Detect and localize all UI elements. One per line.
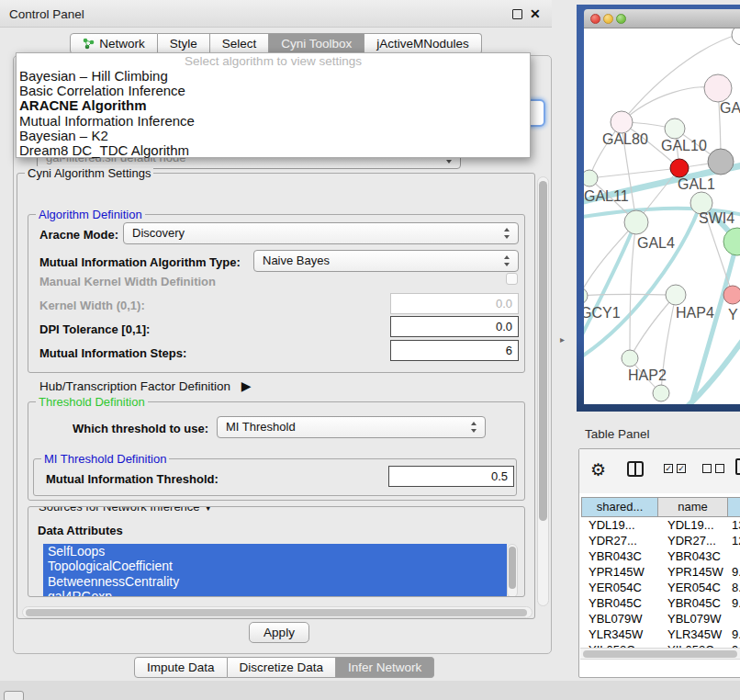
which-threshold-value: MI Threshold (226, 420, 296, 434)
node-gal80[interactable] (611, 111, 633, 133)
cell: YDR27... (667, 533, 716, 548)
node-gray[interactable] (708, 149, 734, 175)
table-row[interactable]: YER054C YER054C 8. (581, 580, 740, 595)
close-icon[interactable]: ✕ (530, 6, 541, 21)
collapse-arrow-icon[interactable]: ▼ (203, 506, 213, 513)
node-gal10[interactable] (665, 119, 685, 139)
column-header-partial[interactable] (728, 497, 740, 517)
table-row[interactable]: YBL079W YBL079W (581, 611, 740, 627)
aracne-mode-combo[interactable]: Discovery (123, 222, 519, 244)
node-cut-top[interactable] (732, 28, 740, 45)
mi-threshold-label: Mutual Information Threshold: (46, 472, 219, 486)
network-icon (83, 38, 95, 52)
sources-title: Sources for Network Inference (39, 506, 200, 514)
dpi-tolerance-label: DPI Tolerance [0,1]: (39, 322, 150, 336)
tab-label: jActiveMNodules (376, 37, 469, 51)
node-label: GAL1 (678, 176, 715, 193)
close-window-button[interactable] (590, 14, 600, 24)
combo-arrows-icon (503, 255, 511, 266)
node-label: SWI4 (699, 210, 734, 227)
tab-cyni-toolbox[interactable]: Cyni Toolbox (269, 33, 364, 54)
float-window-icon[interactable] (512, 9, 522, 19)
attributes-scrollbar[interactable] (507, 544, 518, 597)
tab-label: Cyni Toolbox (281, 37, 352, 51)
mi-steps-field[interactable]: 6 (390, 340, 519, 361)
list-item[interactable]: TopologicalCoefficient (43, 559, 507, 573)
mi-algorithm-type-value: Naive Bayes (263, 254, 330, 267)
hub-definition-toggle[interactable]: Hub/Transcription Factor Definition ▶ (39, 378, 252, 393)
cell: YDL19... (589, 517, 635, 533)
which-threshold-combo[interactable]: MI Threshold (217, 416, 486, 438)
node-hap2[interactable] (622, 350, 638, 367)
node-gal11[interactable] (584, 170, 598, 186)
node-gal4[interactable] (624, 210, 648, 234)
node-gcy1[interactable] (584, 288, 588, 304)
mi-threshold-field[interactable]: 0.5 (388, 466, 514, 487)
table-row[interactable]: YLR345W YLR345W 9. (581, 627, 740, 642)
node-gal1-selected[interactable] (670, 159, 689, 177)
network-canvas[interactable]: GAL GAL80 GAL10 GAL1 GAL11 GAL4 SWI4 GCY… (584, 28, 740, 404)
mi-steps-label: Mutual Information Steps: (39, 346, 186, 360)
table-panel-title: Table Panel (585, 427, 650, 441)
node-gal2[interactable] (704, 74, 732, 102)
column-label: shared... (597, 500, 644, 514)
zoom-window-button[interactable] (616, 14, 626, 24)
table-hscrollbar[interactable] (580, 648, 740, 660)
table-row[interactable]: YDL19... YDL19... 13 (581, 517, 740, 533)
panel-divider-handle[interactable]: ▸ (560, 334, 565, 344)
screen: Control Panel ✕ Network Style Select Cyn… (0, 0, 740, 700)
node-bottom[interactable] (653, 385, 669, 401)
table-row[interactable]: YBR045C YBR045C 9. (581, 595, 740, 611)
list-item[interactable]: gal4RGexp (43, 589, 507, 597)
minimize-window-button[interactable] (603, 14, 613, 24)
node-hap4[interactable] (666, 285, 686, 305)
tab-network[interactable]: Network (70, 33, 158, 54)
tab-infer-network[interactable]: Infer Network (336, 657, 434, 678)
list-item[interactable]: BetweennessCentrality (43, 574, 507, 589)
column-header-name[interactable]: name (658, 497, 728, 517)
node-label: HAP2 (628, 367, 667, 384)
cell: 9. (732, 595, 740, 611)
manual-kernel-width-checkbox[interactable] (506, 273, 518, 285)
algorithm-option[interactable]: Basic Correlation Inference (17, 84, 530, 98)
tab-jactivemnodules[interactable]: jActiveMNodules (364, 33, 482, 54)
cell: 8. (732, 580, 740, 595)
deselect-all-checkbox-icon[interactable] (702, 464, 712, 473)
algorithm-option-selected[interactable]: ARACNE Algorithm (17, 98, 530, 113)
table-row[interactable]: YBR043C YBR043C (581, 548, 740, 564)
apply-label: Apply (263, 626, 295, 639)
table-row[interactable]: YPR145W YPR145W 9. (581, 564, 740, 580)
kernel-width-field[interactable]: 0.0 (390, 293, 519, 314)
export-table-icon[interactable] (735, 458, 740, 475)
tab-impute-data[interactable]: Impute Data (134, 657, 228, 678)
column-browser-icon[interactable] (627, 461, 644, 477)
cell: YLR345W (667, 627, 722, 642)
settings-hscrollbar[interactable] (22, 606, 533, 618)
column-header-sharedname[interactable]: shared... (581, 497, 658, 517)
table-row[interactable]: YDR27... YDR27... 12 (581, 533, 740, 548)
list-item[interactable]: SelfLoops (43, 544, 507, 559)
aracne-mode-value: Discovery (132, 226, 185, 240)
tab-discretize-data[interactable]: Discretize Data (228, 657, 337, 678)
data-attributes-label: Data Attributes (38, 524, 123, 537)
tab-select[interactable]: Select (210, 33, 270, 54)
dpi-tolerance-field[interactable]: 0.0 (390, 316, 519, 337)
mi-algorithm-type-combo[interactable]: Naive Bayes (253, 250, 519, 272)
group-title: MI Threshold Definition (41, 452, 169, 466)
algorithm-option[interactable]: Bayesian – K2 (17, 129, 530, 143)
group-title: Cyni Algorithm Settings (25, 166, 153, 180)
minimized-panel-button[interactable] (4, 691, 24, 700)
tab-style[interactable]: Style (158, 33, 210, 54)
apply-button[interactable]: Apply (249, 622, 309, 643)
gear-icon[interactable]: ⚙ (590, 459, 606, 480)
node-salmon[interactable] (723, 286, 740, 304)
algorithm-option[interactable]: Mutual Information Inference (17, 114, 530, 129)
settings-vscrollbar[interactable] (537, 176, 549, 606)
algorithm-option[interactable]: Bayesian – Hill Climbing (17, 69, 530, 84)
select-all-checkbox-icon[interactable]: ✓ (664, 464, 673, 473)
algorithm-option[interactable]: Dream8 DC_TDC Algorithm (17, 143, 530, 158)
node-label: HAP4 (676, 305, 714, 322)
deselect-all-checkbox-icon[interactable] (715, 464, 724, 473)
select-all-checkbox-icon[interactable]: ✓ (677, 464, 686, 473)
data-attributes-list[interactable]: SelfLoops TopologicalCoefficient Between… (43, 544, 507, 597)
